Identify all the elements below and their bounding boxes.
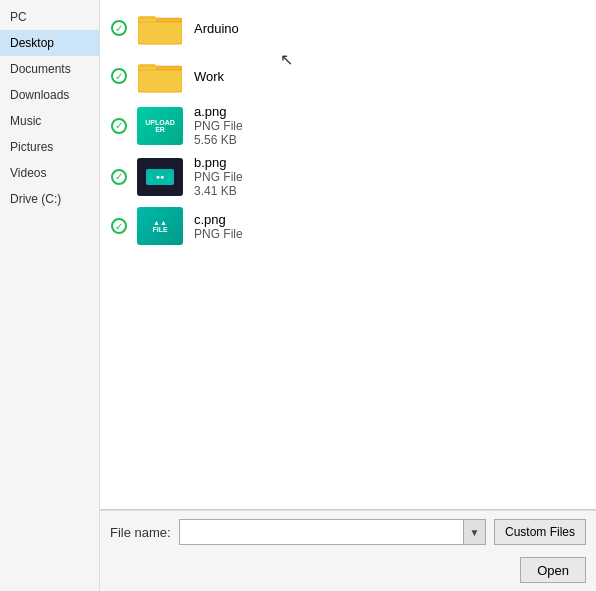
file-info: Arduino [194,21,239,36]
sidebar-item-desktop[interactable]: Desktop [0,30,99,56]
file-dialog: PCDesktopDocumentsDownloadsMusicPictures… [0,0,596,591]
check-icon: ✓ [108,118,130,134]
folder-icon [136,8,184,48]
check-icon: ✓ [108,68,130,84]
file-row[interactable]: ✓▲▲FILEc.pngPNG File [100,202,596,250]
file-name: a.png [194,104,243,119]
sidebar-item-videos[interactable]: Videos [0,160,99,186]
sidebar-item-drive-(c:)[interactable]: Drive (C:) [0,186,99,212]
file-thumbnail: ▲▲FILE [136,206,184,246]
check-icon: ✓ [108,169,130,185]
file-name: Arduino [194,21,239,36]
file-row[interactable]: ✓ Work [100,52,596,100]
sidebar-item-pc[interactable]: PC [0,4,99,30]
file-name: b.png [194,155,243,170]
file-row[interactable]: ✓UPLOADERa.pngPNG File5.56 KB [100,100,596,151]
file-type: PNG File [194,170,243,184]
file-list: ✓ Arduino✓ Work✓UPLOADERa.pngPNG File5.5… [100,0,596,509]
svg-rect-10 [138,70,182,92]
file-row[interactable]: ✓ Arduino [100,4,596,52]
filename-input[interactable] [179,519,464,545]
file-type: PNG File [194,227,243,241]
filename-dropdown-arrow[interactable]: ▼ [464,519,486,545]
file-info: Work [194,69,224,84]
filename-bar: File name: ▼ Custom Files [100,510,596,553]
action-buttons-row: Open [100,553,596,591]
file-thumbnail: ●● [136,157,184,197]
file-name: Work [194,69,224,84]
file-size: 3.41 KB [194,184,243,198]
folder-icon [136,56,184,96]
file-type-button[interactable]: Custom Files [494,519,586,545]
open-button[interactable]: Open [520,557,586,583]
sidebar-item-pictures[interactable]: Pictures [0,134,99,160]
filename-label: File name: [110,525,171,540]
file-thumbnail: UPLOADER [136,106,184,146]
file-name: c.png [194,212,243,227]
check-icon: ✓ [108,218,130,234]
file-info: c.pngPNG File [194,212,243,241]
check-icon: ✓ [108,20,130,36]
sidebar-item-documents[interactable]: Documents [0,56,99,82]
file-info: b.pngPNG File3.41 KB [194,155,243,198]
sidebar: PCDesktopDocumentsDownloadsMusicPictures… [0,0,100,591]
svg-rect-4 [138,22,182,44]
sidebar-item-downloads[interactable]: Downloads [0,82,99,108]
main-area: ✓ Arduino✓ Work✓UPLOADERa.pngPNG File5.5… [100,0,596,591]
file-size: 5.56 KB [194,133,243,147]
sidebar-item-music[interactable]: Music [0,108,99,134]
filename-input-wrapper: ▼ [179,519,486,545]
file-info: a.pngPNG File5.56 KB [194,104,243,147]
file-type: PNG File [194,119,243,133]
file-row[interactable]: ✓●●b.pngPNG File3.41 KB [100,151,596,202]
